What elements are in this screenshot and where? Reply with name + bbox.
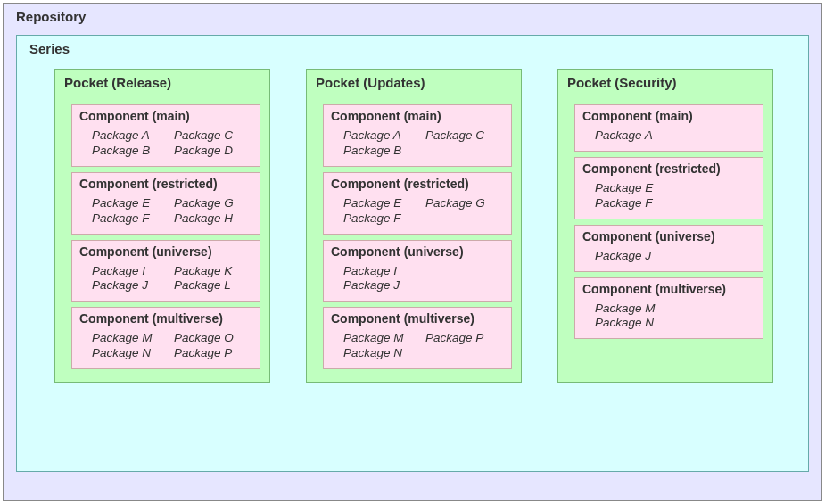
packages-grid: Package IPackage KPackage JPackage L bbox=[79, 264, 252, 294]
pocket-box: Pocket (Security)Component (main)Package… bbox=[557, 69, 773, 383]
component-title: Component (main) bbox=[582, 109, 755, 123]
package-label: Package N bbox=[343, 346, 422, 361]
package-label: Package G bbox=[174, 196, 252, 211]
pocket-title: Pocket (Security) bbox=[567, 75, 763, 90]
package-label: Package H bbox=[174, 211, 252, 227]
component-title: Component (multiverse) bbox=[79, 311, 252, 326]
package-label: Package B bbox=[343, 144, 422, 159]
packages-grid: Package IPackage J bbox=[331, 264, 504, 294]
component-box: Component (main)Package APackage CPackag… bbox=[71, 104, 260, 167]
component-box: Component (restricted)Package EPackage G… bbox=[323, 172, 512, 235]
component-title: Component (universe) bbox=[331, 244, 504, 259]
packages-grid: Package EPackage F bbox=[582, 181, 755, 211]
component-title: Component (main) bbox=[331, 109, 504, 123]
packages-grid: Package APackage CPackage BPackage D bbox=[79, 128, 252, 159]
series-box: Series Pocket (Release)Component (main)P… bbox=[16, 35, 809, 472]
component-title: Component (universe) bbox=[582, 229, 755, 244]
package-label: Package A bbox=[92, 128, 170, 144]
pocket-box: Pocket (Updates)Component (main)Package … bbox=[306, 69, 522, 383]
component-box: Component (multiverse)Package MPackage P… bbox=[323, 307, 512, 369]
package-label: Package N bbox=[595, 316, 755, 331]
component-box: Component (main)Package A bbox=[574, 104, 763, 152]
component-title: Component (multiverse) bbox=[331, 311, 504, 326]
pockets-row: Pocket (Release)Component (main)Package … bbox=[29, 69, 796, 383]
package-label: Package P bbox=[174, 346, 252, 361]
component-box: Component (restricted)Package EPackage F bbox=[574, 157, 763, 219]
package-label: Package C bbox=[425, 128, 504, 144]
package-label: Package D bbox=[174, 144, 252, 159]
package-label: Package N bbox=[92, 346, 170, 361]
packages-grid: Package MPackage PPackage N bbox=[331, 331, 504, 361]
component-box: Component (universe)Package IPackage KPa… bbox=[71, 240, 260, 302]
package-label: Package M bbox=[343, 331, 422, 346]
package-label: Package F bbox=[595, 196, 755, 211]
packages-grid: Package J bbox=[582, 249, 755, 264]
components-container: Component (main)Package APackage CPackag… bbox=[316, 104, 512, 369]
package-label: Package M bbox=[595, 302, 755, 317]
package-label: Package F bbox=[343, 211, 422, 227]
packages-grid: Package APackage CPackage B bbox=[331, 128, 504, 159]
package-label: Package E bbox=[595, 181, 755, 196]
package-label: Package I bbox=[92, 264, 170, 279]
pocket-box: Pocket (Release)Component (main)Package … bbox=[54, 69, 270, 383]
package-label: Package J bbox=[343, 278, 504, 293]
component-title: Component (restricted) bbox=[79, 177, 252, 191]
component-title: Component (restricted) bbox=[582, 161, 755, 176]
component-box: Component (universe)Package IPackage J bbox=[323, 240, 512, 302]
package-label: Package M bbox=[92, 331, 170, 346]
package-label: Package I bbox=[343, 264, 504, 279]
component-box: Component (main)Package APackage CPackag… bbox=[323, 104, 512, 167]
package-label: Package B bbox=[92, 144, 170, 159]
package-label: Package J bbox=[92, 278, 170, 293]
package-label: Package C bbox=[174, 128, 252, 144]
package-label: Package P bbox=[425, 331, 504, 346]
package-label: Package G bbox=[425, 196, 504, 211]
package-label: Package O bbox=[174, 331, 252, 346]
package-label: Package L bbox=[174, 278, 252, 293]
package-label: Package E bbox=[343, 196, 422, 211]
packages-grid: Package A bbox=[582, 128, 755, 144]
component-title: Component (multiverse) bbox=[582, 282, 755, 296]
package-label: Package A bbox=[595, 128, 755, 144]
pocket-title: Pocket (Release) bbox=[64, 75, 260, 90]
components-container: Component (main)Package AComponent (rest… bbox=[567, 104, 763, 339]
series-title: Series bbox=[29, 41, 796, 56]
component-title: Component (universe) bbox=[79, 244, 252, 259]
package-label: Package K bbox=[174, 264, 252, 279]
pocket-title: Pocket (Updates) bbox=[316, 75, 512, 90]
component-box: Component (restricted)Package EPackage G… bbox=[71, 172, 260, 235]
component-box: Component (multiverse)Package MPackage N bbox=[574, 277, 763, 340]
component-title: Component (main) bbox=[79, 109, 252, 123]
package-label: Package F bbox=[92, 211, 170, 227]
repository-title: Repository bbox=[16, 9, 809, 24]
packages-grid: Package MPackage N bbox=[582, 302, 755, 332]
package-label: Package A bbox=[343, 128, 422, 144]
components-container: Component (main)Package APackage CPackag… bbox=[64, 104, 260, 369]
package-label: Package J bbox=[595, 249, 755, 264]
component-box: Component (multiverse)Package MPackage O… bbox=[71, 307, 260, 369]
packages-grid: Package EPackage GPackage FPackage H bbox=[79, 196, 252, 227]
component-title: Component (restricted) bbox=[331, 177, 504, 191]
repository-box: Repository Series Pocket (Release)Compon… bbox=[3, 3, 822, 501]
packages-grid: Package EPackage GPackage F bbox=[331, 196, 504, 227]
packages-grid: Package MPackage OPackage NPackage P bbox=[79, 331, 252, 361]
package-label: Package E bbox=[92, 196, 170, 211]
component-box: Component (universe)Package J bbox=[574, 225, 763, 272]
